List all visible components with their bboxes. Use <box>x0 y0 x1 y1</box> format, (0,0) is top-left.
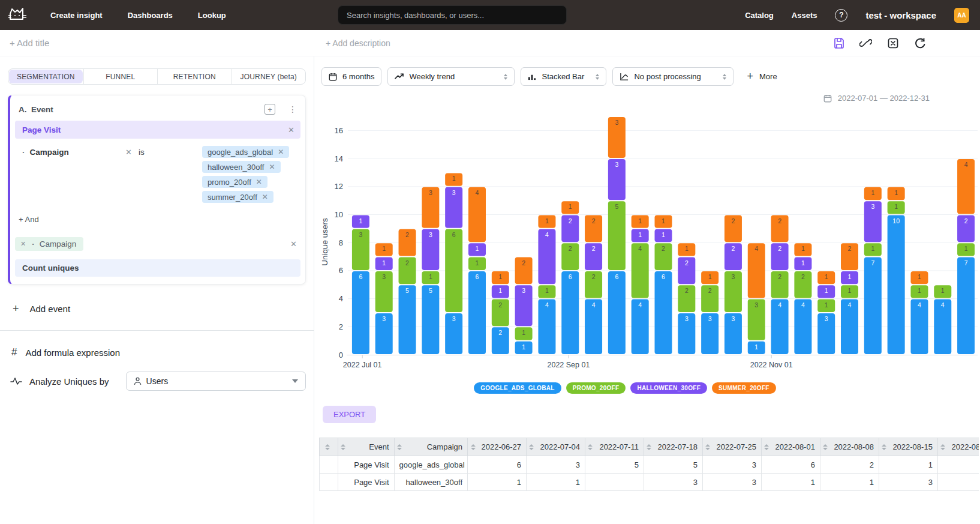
kebab-menu-icon[interactable]: ⋮ <box>288 107 297 111</box>
sort-icon[interactable] <box>588 444 593 450</box>
bar-segment-promo_20off[interactable] <box>608 201 626 270</box>
column-header-label: 2022-07-18 <box>657 442 698 451</box>
sort-icon[interactable] <box>882 444 887 450</box>
sort-icon[interactable] <box>397 444 402 450</box>
filter-value-tag[interactable]: google_ads_global✕ <box>202 146 289 158</box>
refresh-icon[interactable] <box>913 37 926 49</box>
filter-operator[interactable]: is <box>139 146 173 203</box>
save-icon[interactable] <box>832 37 845 49</box>
remove-filter-icon[interactable]: ✕ <box>125 146 139 203</box>
nav-link-assets[interactable]: Assets <box>792 11 817 20</box>
legend-pill-halloween_30off[interactable]: HALLOWEEN_30OFF <box>630 382 707 394</box>
filter-value-tag[interactable]: halloween_30off✕ <box>202 161 281 173</box>
aggregation-select[interactable]: Count uniques <box>15 259 300 277</box>
workspace-name[interactable]: test - workspace <box>865 10 936 20</box>
add-description-button[interactable]: + Add description <box>326 38 390 48</box>
column-header-sort[interactable] <box>320 438 338 456</box>
column-header[interactable]: 2022-06-27 <box>468 438 527 456</box>
bar-segment-google_ads_global[interactable] <box>468 271 486 354</box>
sort-icon[interactable] <box>324 444 330 450</box>
sort-icon[interactable] <box>529 444 534 450</box>
event-name[interactable]: Page Visit <box>22 125 61 134</box>
remove-value-icon[interactable]: ✕ <box>269 163 275 171</box>
svg-text:3: 3 <box>382 315 386 322</box>
add-event-button[interactable]: + Add event <box>13 303 306 315</box>
column-header[interactable]: 2022-07-04 <box>526 438 585 456</box>
sort-icon[interactable] <box>341 444 346 450</box>
tab-funnel[interactable]: FUNNEL <box>83 69 158 84</box>
sort-icon[interactable] <box>764 444 769 450</box>
nav-link-create-insight[interactable]: Create insight <box>50 11 103 20</box>
column-header[interactable]: Event <box>338 438 394 456</box>
analyze-by-select[interactable]: Users <box>126 372 306 391</box>
more-button[interactable]: + More <box>747 70 777 83</box>
add-formula-button[interactable]: # Add formula expression <box>11 346 306 358</box>
remove-breakdown-icon[interactable]: ✕ <box>20 240 26 248</box>
nav-link-lookup[interactable]: Lookup <box>198 11 226 20</box>
close-square-icon[interactable] <box>886 37 899 49</box>
search-input[interactable]: Search insights, dashboards, or users... <box>338 5 567 25</box>
legend-pill-summer_20off[interactable]: SUMMER_20OFF <box>712 382 776 394</box>
sort-icon[interactable] <box>647 444 652 450</box>
column-header[interactable]: 2022-07-18 <box>644 438 702 456</box>
bar-segment-google_ads_global[interactable] <box>422 285 439 354</box>
add-filter-icon[interactable]: + <box>264 104 275 115</box>
remove-value-icon[interactable]: ✕ <box>262 193 268 201</box>
calendar-icon <box>329 73 337 81</box>
date-range-button[interactable]: 6 months <box>321 67 381 86</box>
export-button[interactable]: EXPORT <box>323 406 376 423</box>
legend-pill-promo_20off[interactable]: PROMO_20OFF <box>566 382 626 394</box>
column-header[interactable]: 2022-07-25 <box>702 438 761 456</box>
svg-text:4: 4 <box>964 161 968 168</box>
svg-text:2: 2 <box>405 259 409 267</box>
cat-logo-icon[interactable] <box>7 6 28 24</box>
bar-segment-google_ads_global[interactable] <box>561 271 579 354</box>
remove-value-icon[interactable]: ✕ <box>256 178 262 186</box>
filter-value-tag[interactable]: summer_20off✕ <box>202 191 273 203</box>
bar-segment-google_ads_global[interactable] <box>352 271 369 354</box>
bar-segment-promo_20off[interactable] <box>445 229 462 312</box>
bar-segment-google_ads_global[interactable] <box>957 257 975 354</box>
add-title-button[interactable]: + Add title <box>10 38 49 48</box>
bar-segment-google_ads_global[interactable] <box>864 257 882 354</box>
column-header[interactable]: 2022-08-15 <box>879 438 937 456</box>
chart-type-select[interactable]: Stacked Bar <box>521 67 606 86</box>
column-header[interactable]: 2022-08-01 <box>761 438 820 456</box>
post-processing-select[interactable]: No post processing <box>612 67 734 86</box>
tab-journey-beta-[interactable]: JOURNEY (beta) <box>232 69 306 84</box>
nav-link-dashboards[interactable]: Dashboards <box>128 11 173 20</box>
nav-link-catalog[interactable]: Catalog <box>745 11 774 20</box>
tab-segmentation[interactable]: SEGMENTATION <box>9 70 83 83</box>
add-and-filter-button[interactable]: + And <box>19 215 300 224</box>
legend-pill-google_ads_global[interactable]: GOOGLE_ADS_GLOBAL <box>474 382 561 394</box>
link-icon[interactable] <box>859 37 872 49</box>
breakdown-pill[interactable]: ✕ ·Campaign <box>15 237 83 251</box>
sort-icon[interactable] <box>940 444 946 450</box>
column-header[interactable]: 2022-08-08 <box>820 438 879 456</box>
help-icon[interactable]: ? <box>835 9 847 22</box>
remove-value-icon[interactable]: ✕ <box>278 148 284 156</box>
svg-text:2: 2 <box>778 273 781 280</box>
svg-text:1: 1 <box>382 245 386 252</box>
trend-select[interactable]: Weekly trend <box>387 67 515 86</box>
sort-icon[interactable] <box>823 444 828 450</box>
remove-event-icon[interactable]: ✕ <box>288 125 294 134</box>
column-header[interactable]: 2022-07-11 <box>585 438 644 456</box>
bar-segment-google_ads_global[interactable] <box>608 271 626 354</box>
clear-breakdown-icon[interactable]: ✕ <box>290 239 297 248</box>
tab-retention[interactable]: RETENTION <box>157 69 232 84</box>
avatar[interactable]: AA <box>954 8 969 23</box>
bar-segment-google_ads_global[interactable] <box>888 215 905 355</box>
bar-segment-google_ads_global[interactable] <box>399 285 416 354</box>
page: Create insight Dashboards Lookup Search … <box>0 0 980 524</box>
sort-icon[interactable] <box>470 444 476 450</box>
filter-value-label: promo_20off <box>208 178 251 187</box>
filter-property[interactable]: ·Campaign <box>22 146 125 203</box>
column-header[interactable]: 2022-08-22 <box>937 438 979 456</box>
svg-text:3: 3 <box>615 161 618 168</box>
sort-icon[interactable] <box>705 444 711 450</box>
filter-value-tag[interactable]: promo_20off✕ <box>202 176 267 188</box>
event-select-row[interactable]: Page Visit ✕ <box>15 121 300 139</box>
bar-segment-google_ads_global[interactable] <box>655 271 672 354</box>
column-header[interactable]: Campaign <box>394 438 467 456</box>
